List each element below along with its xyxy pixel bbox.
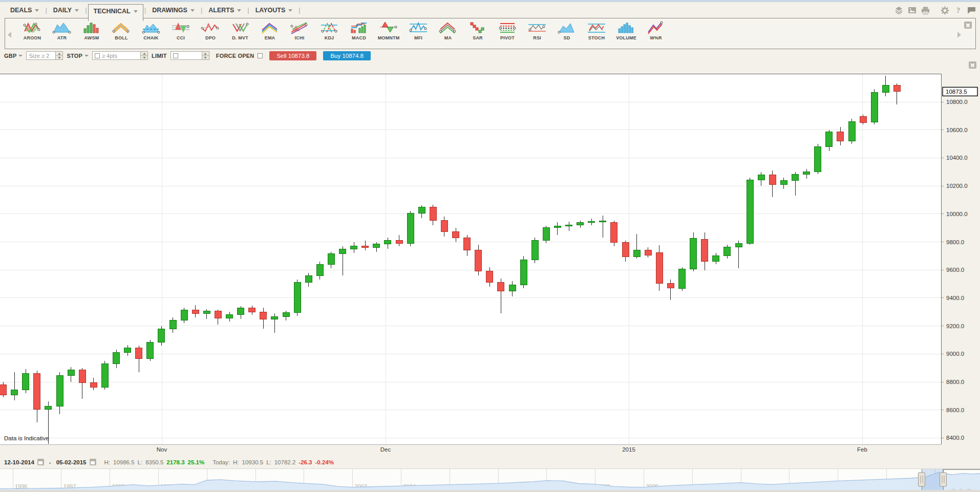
candle-body (136, 348, 142, 358)
y-axis-label: 10200.0 (946, 183, 968, 189)
indicator-cci[interactable]: CCI (166, 21, 196, 40)
period-high: 10986.5 (113, 459, 135, 465)
indicator-pivot[interactable]: PIVOT (493, 21, 522, 40)
candle-body (283, 313, 289, 317)
help-icon[interactable]: ? (954, 6, 963, 15)
indicator-mfi[interactable]: MFI (403, 21, 433, 40)
stop-stepper[interactable] (141, 51, 148, 60)
candle (871, 89, 878, 124)
stop-selector[interactable]: STOP (67, 53, 89, 59)
limit-checkbox[interactable] (173, 53, 178, 58)
nav-handle-left[interactable] (919, 473, 925, 486)
instrument-label: GBP (4, 53, 16, 59)
toolbar-scroll-left-icon[interactable] (8, 32, 11, 38)
menu-right-icons: ? (894, 6, 976, 15)
candle-body (23, 374, 29, 390)
y-axis-label: 9000.0 (946, 351, 964, 357)
order-bar-close-icon[interactable] (969, 61, 976, 69)
candle-body (803, 172, 810, 175)
menu-item-alerts[interactable]: ALERTS (203, 4, 246, 17)
stop-checkbox[interactable] (95, 53, 100, 58)
feedback-icon[interactable] (967, 6, 976, 15)
candle-body (758, 175, 764, 180)
chevron-down-icon (84, 55, 89, 57)
stop-input[interactable]: ≥ 4pts (92, 51, 141, 60)
indicator-volume[interactable]: VOLUME (611, 21, 641, 40)
candle-body (226, 314, 233, 318)
candle-body (566, 225, 572, 226)
ema-icon (260, 21, 280, 34)
period-change: 2178.3 (166, 459, 184, 465)
candle-body (475, 250, 482, 271)
candle-body (611, 222, 617, 242)
dpo-icon (201, 21, 220, 34)
limit-stepper[interactable] (202, 51, 209, 60)
indicator-dpo[interactable]: DPO (196, 21, 225, 40)
instrument-selector[interactable]: GBP (4, 53, 23, 59)
kdj-icon (319, 21, 339, 34)
candle-body (351, 246, 357, 249)
indicator-ema[interactable]: EMA (255, 21, 285, 40)
candle-body (848, 121, 855, 141)
candle-body (11, 390, 18, 395)
date-from[interactable]: 12-10-2014 (4, 459, 34, 465)
indicator-sd[interactable]: SD (552, 21, 582, 40)
menu-item-technical[interactable]: TECHNICAL (88, 4, 143, 21)
indicator-ma[interactable]: MA (433, 21, 463, 40)
menu-separator: | (85, 6, 87, 14)
indicator-rsi[interactable]: RSI (522, 21, 552, 40)
indicator-atr[interactable]: ATR (47, 21, 77, 40)
y-axis-label: 9800.0 (946, 239, 964, 245)
candle-body (305, 275, 312, 283)
candle-body (316, 264, 323, 275)
candle (147, 340, 154, 361)
limit-input[interactable] (171, 51, 202, 60)
toolbar-scroll-right-icon[interactable] (957, 32, 961, 38)
candle-body (815, 147, 821, 172)
menu-item-daily[interactable]: DAILY (48, 4, 84, 17)
candle-body (747, 180, 753, 244)
image-icon[interactable] (908, 6, 917, 15)
buy-button[interactable]: Buy 10874.8 (323, 51, 371, 60)
toolbar-close-icon[interactable] (964, 22, 972, 29)
chevron-down-icon (75, 9, 79, 12)
menu-item-deals[interactable]: DEALS (5, 4, 44, 17)
indicator-boll[interactable]: BOLL (106, 21, 136, 40)
mfi-icon (409, 21, 428, 34)
menu-item-layouts[interactable]: LAYOUTS (250, 4, 298, 17)
indicator-aroon[interactable]: AROON (17, 21, 47, 40)
settings-icon[interactable] (941, 6, 949, 15)
indicator-ichi[interactable]: ICHI (285, 21, 314, 40)
y-axis-label: 10600.0 (946, 127, 968, 133)
candle-body (373, 244, 380, 248)
force-open-checkbox[interactable] (258, 53, 263, 58)
indicator-stoch[interactable]: STOCH (582, 21, 611, 40)
candle-body (769, 175, 776, 184)
menu-separator: | (201, 6, 202, 14)
menu-separator: | (247, 6, 249, 14)
calendar-icon[interactable] (90, 459, 96, 465)
layers-icon[interactable] (894, 6, 903, 15)
candle (815, 144, 821, 174)
date-to[interactable]: 05-02-2015 (56, 459, 87, 465)
indicator-kdj[interactable]: KDJ (314, 21, 344, 40)
period-low: 8350.5 (145, 459, 163, 465)
candle-body (622, 242, 629, 256)
indicator-macd[interactable]: MACD (344, 21, 374, 40)
menu-item-drawings[interactable]: DRAWINGS (147, 4, 200, 17)
timeline-navigator[interactable]: 1996199719981999200020012002200320042005… (0, 468, 980, 490)
indicator-chaik[interactable]: CHAIK (136, 21, 166, 40)
nav-handle-right[interactable] (940, 473, 947, 486)
indicator-sar[interactable]: SAR (463, 21, 493, 40)
print-icon[interactable] (921, 6, 930, 15)
aroon-icon (23, 21, 42, 34)
size-input[interactable]: Size ≥ 2 (26, 51, 56, 60)
sell-button[interactable]: Sell 10873.8 (269, 51, 316, 60)
indicator-momntm[interactable]: MOMNTM (374, 21, 403, 40)
candle-body (260, 312, 267, 319)
size-stepper[interactable] (56, 51, 63, 60)
indicator-awsm[interactable]: AWSM (77, 21, 106, 40)
indicator-dmvt[interactable]: D. MVT (225, 21, 255, 40)
indicator-wpr[interactable]: W%R (641, 21, 671, 40)
calendar-icon[interactable] (37, 459, 44, 465)
